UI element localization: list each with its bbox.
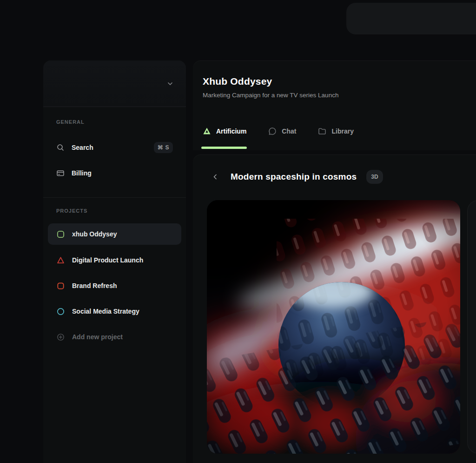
chat-bubble-icon <box>268 127 277 136</box>
page-subtitle: Marketing Campaign for a new TV series L… <box>203 92 476 99</box>
tab-library[interactable]: Library <box>317 127 353 136</box>
plus-circle-icon <box>56 333 65 342</box>
projects-menu: xhub Oddysey Digital Product Launch Bran… <box>48 223 181 347</box>
search-icon <box>56 143 65 152</box>
generated-image-card <box>207 200 460 454</box>
sidebar-item-search[interactable]: Search ⌘ S <box>48 137 181 158</box>
sidebar-divider <box>43 197 186 198</box>
workspace-collapse-button[interactable] <box>165 78 176 89</box>
section-label-general: GENERAL <box>56 119 173 125</box>
artificium-logo-icon <box>202 127 212 136</box>
tab-chat[interactable]: Chat <box>268 127 296 136</box>
chevron-left-icon <box>212 173 219 181</box>
chevron-down-icon <box>166 80 174 87</box>
sidebar-header <box>43 60 186 107</box>
tab-label: Library <box>331 127 353 135</box>
sidebar-item-label: Search <box>72 144 93 151</box>
app-root: { "colors": { "accent": "#B6F09C", "pane… <box>0 0 476 463</box>
triangle-outline-icon <box>56 256 65 265</box>
project-item-digital-product-launch[interactable]: Digital Product Launch <box>48 250 181 270</box>
project-item-brand-refresh[interactable]: Brand Refresh <box>48 275 181 296</box>
project-item-label: Digital Product Launch <box>72 256 143 264</box>
sidebar-item-billing[interactable]: Billing <box>48 163 181 183</box>
square-outline-icon <box>56 282 65 290</box>
project-header: Xhub Oddysey Marketing Campaign for a ne… <box>193 60 476 150</box>
billing-icon <box>56 169 65 177</box>
back-button[interactable] <box>210 171 221 182</box>
project-item-label: Social Media Strategy <box>72 308 139 315</box>
folder-icon <box>317 127 327 136</box>
generation-header: Modern spaceship in cosmos 3D <box>210 170 476 184</box>
next-image-card-peek[interactable] <box>467 200 476 454</box>
tab-bar: Artificium Chat Library <box>202 127 354 136</box>
search-shortcut-badge: ⌘ S <box>154 142 173 153</box>
sidebar: GENERAL Search ⌘ S Billing PROJECTS xhub… <box>43 60 186 463</box>
sidebar-item-label: Billing <box>72 169 92 177</box>
active-tab-indicator <box>201 147 247 149</box>
project-item-social-media-strategy[interactable]: Social Media Strategy <box>48 301 181 322</box>
add-new-project-label: Add new project <box>72 333 123 341</box>
tab-label: Artificium <box>216 127 246 135</box>
generated-image <box>207 200 460 454</box>
section-label-projects: PROJECTS <box>56 208 173 214</box>
project-item-label: Brand Refresh <box>72 282 117 289</box>
generation-title: Modern spaceship in cosmos <box>231 172 357 182</box>
project-item-xhub-oddysey[interactable]: xhub Oddysey <box>48 223 181 245</box>
3d-badge: 3D <box>366 170 383 184</box>
project-item-label: xhub Oddysey <box>72 230 117 238</box>
add-new-project-button[interactable]: Add new project <box>48 327 181 347</box>
page-title: Xhub Oddysey <box>203 76 476 87</box>
square-outline-icon <box>56 230 65 239</box>
general-menu: Search ⌘ S Billing <box>48 137 181 183</box>
circle-outline-icon <box>56 307 65 316</box>
tab-label: Chat <box>282 127 296 135</box>
window-shape <box>346 3 476 34</box>
tab-artificium[interactable]: Artificium <box>202 127 246 136</box>
artificium-content-panel: Modern spaceship in cosmos 3D <box>193 154 476 463</box>
